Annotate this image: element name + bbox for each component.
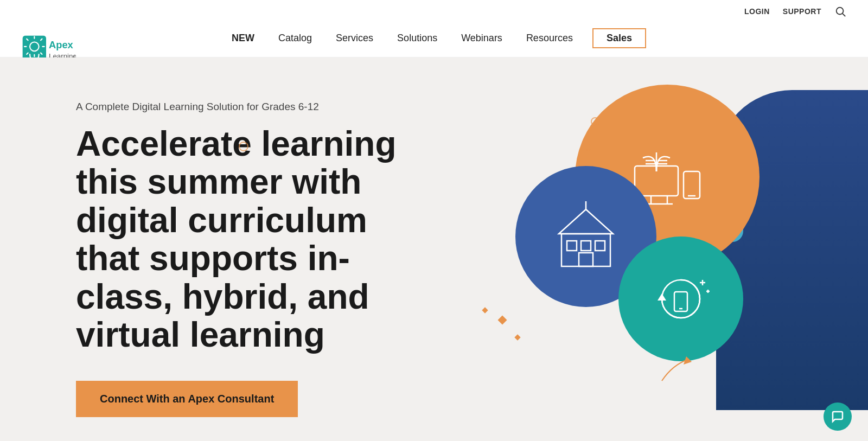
hero-illustration bbox=[445, 57, 868, 410]
deco-diamond-2 bbox=[514, 334, 520, 340]
svg-rect-24 bbox=[684, 171, 700, 199]
svg-line-1 bbox=[843, 14, 845, 16]
nav-solutions[interactable]: Solutions bbox=[387, 29, 447, 47]
hero-content: A Complete Digital Learning Solution for… bbox=[0, 57, 467, 441]
svg-marker-27 bbox=[559, 209, 613, 234]
nav-catalog[interactable]: Catalog bbox=[269, 29, 322, 47]
svg-marker-34 bbox=[658, 293, 666, 301]
nav-services[interactable]: Services bbox=[326, 29, 383, 47]
deco-diamond-3 bbox=[482, 307, 488, 313]
hero-title: Accelerate learning this summer with dig… bbox=[76, 125, 423, 354]
svg-rect-30 bbox=[581, 241, 591, 251]
deco-diamond-1 bbox=[498, 316, 507, 325]
header-top: LOGIN SUPPORT bbox=[0, 0, 868, 23]
chat-bubble-button[interactable] bbox=[824, 402, 852, 431]
paper-plane-icon bbox=[656, 354, 694, 388]
nav-resources[interactable]: Resources bbox=[516, 29, 583, 47]
svg-point-0 bbox=[837, 8, 844, 15]
teal-circle bbox=[618, 237, 743, 361]
deco-circle-1 bbox=[239, 142, 248, 151]
main-nav: NEW Catalog Services Solutions Webinars … bbox=[222, 28, 646, 48]
svg-rect-31 bbox=[595, 241, 605, 251]
deco-circle-2 bbox=[591, 117, 599, 126]
hero-subtitle: A Complete Digital Learning Solution for… bbox=[76, 101, 423, 113]
svg-rect-29 bbox=[567, 241, 577, 251]
nav-new[interactable]: NEW bbox=[222, 29, 264, 47]
svg-text:Apex: Apex bbox=[49, 39, 74, 50]
support-link[interactable]: SUPPORT bbox=[783, 7, 821, 16]
header: LOGIN SUPPORT bbox=[0, 0, 868, 57]
sales-button[interactable]: Sales bbox=[592, 28, 646, 48]
cta-button[interactable]: Connect With an Apex Consultant bbox=[76, 381, 298, 417]
hero-section: A Complete Digital Learning Solution for… bbox=[0, 57, 868, 441]
search-icon[interactable] bbox=[834, 5, 846, 17]
login-link[interactable]: LOGIN bbox=[744, 7, 770, 16]
deco-circle-3 bbox=[585, 144, 591, 151]
svg-rect-32 bbox=[579, 253, 593, 266]
nav-webinars[interactable]: Webinars bbox=[451, 29, 512, 47]
